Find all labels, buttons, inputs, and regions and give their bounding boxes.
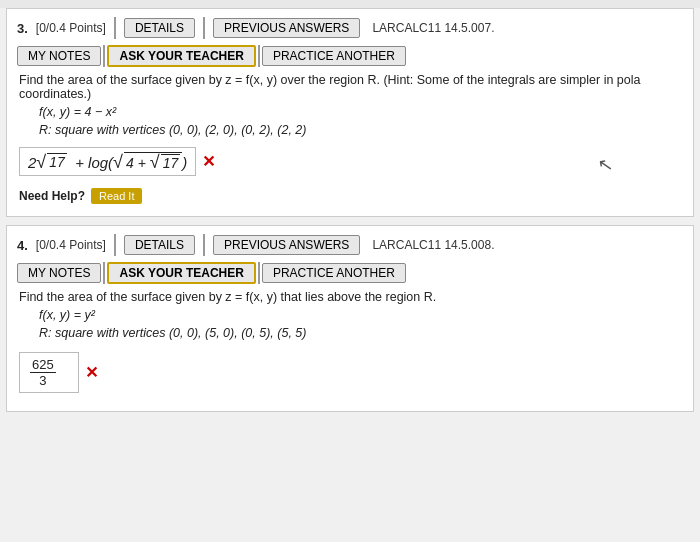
question-3-content: Find the area of the surface given by z … <box>19 73 683 204</box>
incorrect-mark-2: ✕ <box>85 363 98 382</box>
answer-area-1: 2√17 + log(√4 + √17) ✕ <box>19 141 683 182</box>
answer-area-2: 625 3 ✕ <box>19 346 683 399</box>
function-line-2: f(x, y) = y² <box>39 308 683 322</box>
fraction-numerator-2: 625 <box>30 357 56 373</box>
my-notes-button-1[interactable]: MY NOTES <box>17 46 101 66</box>
read-it-button-1[interactable]: Read It <box>91 188 142 204</box>
practice-another-button-2[interactable]: PRACTICE ANOTHER <box>262 263 406 283</box>
question-4-points: [0/0.4 Points] <box>36 238 106 252</box>
question-3-block: 3. [0/0.4 Points] DETAILS PREVIOUS ANSWE… <box>6 8 694 217</box>
prev-answers-button-1[interactable]: PREVIOUS ANSWERS <box>213 18 360 38</box>
answer-box-1[interactable]: 2√17 + log(√4 + √17) <box>19 147 196 176</box>
larcalc-ref-1: LARCALC11 14.5.007. <box>372 21 494 35</box>
larcalc-ref-2: LARCALC11 14.5.008. <box>372 238 494 252</box>
prev-answers-button-2[interactable]: PREVIOUS ANSWERS <box>213 235 360 255</box>
divider-6 <box>203 234 205 256</box>
answer-fraction-2: 625 3 <box>30 357 56 388</box>
my-notes-button-2[interactable]: MY NOTES <box>17 263 101 283</box>
divider-2 <box>203 17 205 39</box>
ask-teacher-button-2[interactable]: ASK YOUR TEACHER <box>107 262 255 284</box>
question-4-block: 4. [0/0.4 Points] DETAILS PREVIOUS ANSWE… <box>6 225 694 412</box>
divider-5 <box>114 234 116 256</box>
divider-3 <box>103 45 105 67</box>
divider-8 <box>258 262 260 284</box>
question-3-header: 3. [0/0.4 Points] DETAILS PREVIOUS ANSWE… <box>17 17 683 39</box>
divider-1 <box>114 17 116 39</box>
details-button-2[interactable]: DETAILS <box>124 235 195 255</box>
incorrect-mark-1: ✕ <box>202 152 215 171</box>
answer-math-1: 2√17 + log(√4 + √17) <box>28 154 187 171</box>
question-4-toolbar: MY NOTES ASK YOUR TEACHER PRACTICE ANOTH… <box>17 262 683 284</box>
question-4-content: Find the area of the surface given by z … <box>19 290 683 399</box>
need-help-1: Need Help? Read It <box>19 188 683 204</box>
region-line-1: R: square with vertices (0, 0), (2, 0), … <box>39 123 683 137</box>
details-button-1[interactable]: DETAILS <box>124 18 195 38</box>
divider-4 <box>258 45 260 67</box>
divider-7 <box>103 262 105 284</box>
function-line-1: f(x, y) = 4 − x² <box>39 105 683 119</box>
fraction-denominator-2: 3 <box>37 373 48 388</box>
problem-text-1: Find the area of the surface given by z … <box>19 73 683 101</box>
question-4-number: 4. <box>17 238 28 253</box>
practice-another-button-1[interactable]: PRACTICE ANOTHER <box>262 46 406 66</box>
question-3-toolbar: MY NOTES ASK YOUR TEACHER PRACTICE ANOTH… <box>17 45 683 67</box>
problem-text-2: Find the area of the surface given by z … <box>19 290 683 304</box>
need-help-label-1: Need Help? <box>19 189 85 203</box>
ask-teacher-button-1[interactable]: ASK YOUR TEACHER <box>107 45 255 67</box>
answer-box-2[interactable]: 625 3 <box>19 352 79 393</box>
question-3-points: [0/0.4 Points] <box>36 21 106 35</box>
region-line-2: R: square with vertices (0, 0), (5, 0), … <box>39 326 683 340</box>
question-3-number: 3. <box>17 21 28 36</box>
question-4-header: 4. [0/0.4 Points] DETAILS PREVIOUS ANSWE… <box>17 234 683 256</box>
